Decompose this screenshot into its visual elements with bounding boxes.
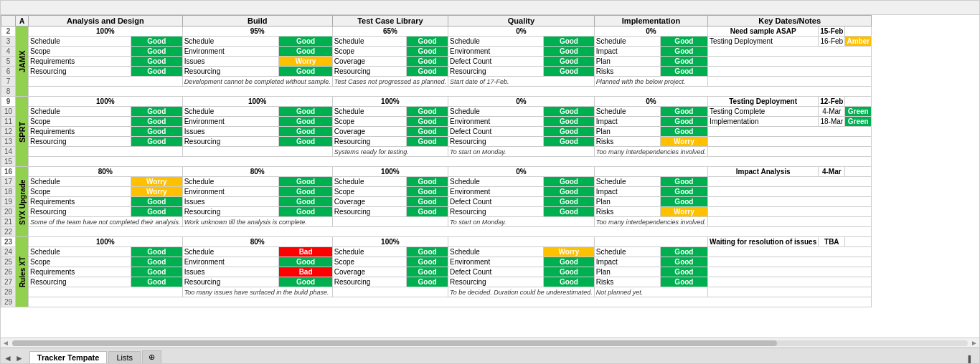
- nav-right-arrow[interactable]: ►: [15, 353, 24, 363]
- rules-pct-quality: [448, 237, 595, 247]
- jamx-r3-build-field: Schedule: [182, 37, 279, 47]
- tab-lists[interactable]: Lists: [108, 351, 141, 363]
- jamx-r6-i-val: Good: [660, 67, 707, 77]
- syx-pct-analysis: 80%: [29, 167, 183, 177]
- row-num-4: 4: [1, 47, 16, 57]
- rules-r24-b-field: Schedule: [182, 247, 279, 257]
- rules-pct-build: 80%: [182, 237, 332, 247]
- col-header-build: Build: [182, 16, 332, 27]
- row-num-14: 14: [1, 147, 16, 157]
- tab-add-button[interactable]: ⊕: [142, 350, 161, 363]
- sprt-r12-i-val: Good: [660, 127, 707, 137]
- syx-r20-i-val: Worry: [660, 207, 707, 217]
- rules-r26-b-val: Bad: [279, 267, 332, 277]
- sprt-r10-t-val: Good: [407, 107, 448, 117]
- jamx-keynote-2-status: Amber: [845, 37, 872, 47]
- sprt-keynote-3-label: Implementation: [708, 117, 819, 127]
- jamx-keynote-2-date: 16-Feb: [819, 37, 845, 47]
- rules-note-tcl: [332, 287, 448, 297]
- sprt-r13-i-field: Risks: [594, 137, 660, 147]
- syx-note-build: Work unknown till the analysis is comple…: [182, 217, 332, 227]
- tab-bar: ◄ ► Tracker Tempate Lists ⊕ ▐: [1, 348, 979, 363]
- rules-pct-analysis: 100%: [29, 237, 183, 247]
- syx-r18-i-val: Good: [660, 187, 707, 197]
- syx-empty-2: [708, 187, 872, 197]
- sprt-note-build: [182, 147, 332, 157]
- rules-empty-3: [708, 267, 872, 277]
- rules-empty-2: [708, 257, 872, 267]
- sprt-r13-i-val: Worry: [660, 137, 707, 147]
- row-num-15: 15: [1, 157, 16, 167]
- row-num-25: 25: [1, 257, 16, 267]
- rules-r26-b-field: Issues: [182, 267, 279, 277]
- col-header-rownum: [1, 16, 16, 27]
- sprt-r10-t-field: Schedule: [332, 107, 406, 117]
- sprt-keynote-1-date: 12-Feb: [819, 97, 845, 107]
- syx-empty-5: [708, 217, 872, 227]
- sprt-r11-q-val: Good: [544, 117, 595, 127]
- syx-r18-i-field: Impact: [594, 187, 660, 197]
- jamx-r3-q-field: Schedule: [448, 37, 544, 47]
- syx-note-tcl: [332, 217, 448, 227]
- rules-r25-b-field: Environment: [182, 257, 279, 267]
- syx-r19-b-val: Good: [279, 197, 332, 207]
- syx-r20-q-field: Resourcing: [448, 207, 544, 217]
- row-num-24: 24: [1, 247, 16, 257]
- jamx-keynote-1-status: Amber: [845, 27, 872, 37]
- syx-empty-4: [708, 207, 872, 217]
- row-num-11: 11: [1, 117, 16, 127]
- h-scrollbar[interactable]: ◄ ►: [1, 337, 979, 348]
- jamx-r6-analysis-field: Resourcing: [29, 67, 131, 77]
- syx-r17-i-val: Good: [660, 177, 707, 187]
- syx-r20-q-val: Good: [544, 207, 595, 217]
- rules-r25-a-val: Good: [131, 257, 182, 267]
- rules-r27-b-val: Good: [279, 277, 332, 287]
- rules-r27-i-field: Risks: [594, 277, 660, 287]
- syx-r19-a-field: Requirements: [29, 197, 131, 207]
- sprt-r11-t-val: Good: [407, 117, 448, 127]
- sprt-r11-b-val: Good: [279, 117, 332, 127]
- syx-r18-a-field: Scope: [29, 187, 131, 197]
- sprt-note-impl: Too many interdependencies involved.: [594, 147, 707, 157]
- jamx-label-top: JAMX: [16, 27, 29, 97]
- formula-bar: [1, 1, 979, 15]
- jamx-r4-i-field: Impact: [594, 47, 660, 57]
- rules-r26-q-val: Good: [544, 267, 595, 277]
- rules-r24-t-field: Schedule: [332, 247, 406, 257]
- row-num-6: 6: [1, 67, 16, 77]
- sprt-empty-3: [708, 127, 872, 137]
- jamx-r4-analysis-field: Scope: [29, 47, 131, 57]
- sprt-r13-q-field: Resourcing: [448, 137, 544, 147]
- rules-r25-q-val: Good: [544, 257, 595, 267]
- row-num-22: 22: [1, 227, 16, 237]
- row-num-8: 8: [1, 87, 16, 97]
- row-num-13: 13: [1, 137, 16, 147]
- syx-r19-i-field: Plan: [594, 197, 660, 207]
- rules-r27-q-field: Resourcing: [448, 277, 544, 287]
- jamx-r4-build-val: Good: [279, 47, 332, 57]
- jamx-r5-analysis-field: Requirements: [29, 57, 131, 67]
- row-num-17: 17: [1, 177, 16, 187]
- nav-left-arrow[interactable]: ◄: [4, 353, 12, 363]
- jamx-r3-q-val: Good: [544, 37, 595, 47]
- rules-r27-b-field: Resourcing: [182, 277, 279, 287]
- syx-note-impl: Too many interdependencies involved.: [594, 217, 707, 227]
- sprt-r11-b-field: Environment: [182, 117, 279, 127]
- rules-r26-q-field: Defect Count: [448, 267, 544, 277]
- row-num-3: 3: [1, 37, 16, 47]
- syx-r19-i-val: Good: [660, 197, 707, 207]
- table-wrapper[interactable]: A Analysis and Design Build Test Case Li…: [1, 15, 979, 337]
- jamx-r6-build-val: Good: [279, 67, 332, 77]
- syx-r17-i-field: Schedule: [594, 177, 660, 187]
- jamx-r6-tcl-val: Good: [407, 67, 448, 77]
- sprt-r10-a-field: Schedule: [29, 107, 131, 117]
- sprt-r12-a-val: Good: [131, 127, 182, 137]
- sprt-r10-q-val: Good: [544, 107, 595, 117]
- row-num-18: 18: [1, 187, 16, 197]
- jamx-pct-analysis: 100%: [29, 27, 183, 37]
- jamx-keynote-2-label: Testing Deployment: [708, 37, 819, 47]
- sprt-r12-t-val: Good: [407, 127, 448, 137]
- tab-tracker-template[interactable]: Tracker Tempate: [29, 351, 108, 363]
- rules-empty-1: [708, 247, 872, 257]
- jamx-r5-analysis-val: Good: [131, 57, 182, 67]
